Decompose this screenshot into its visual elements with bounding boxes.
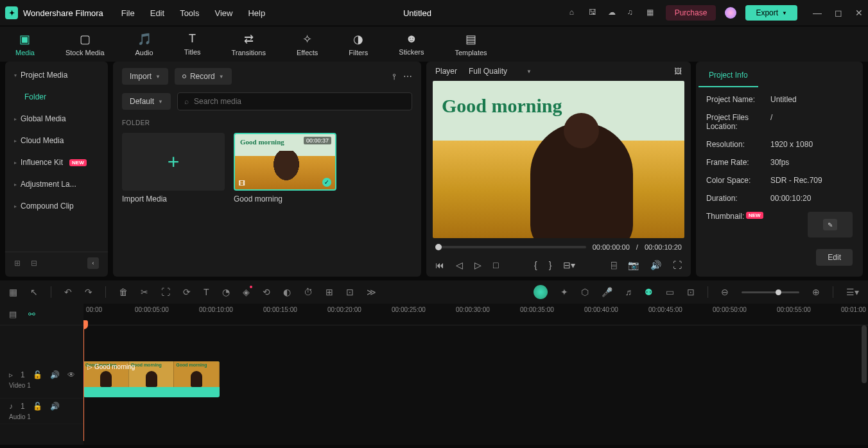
enhance-icon[interactable]: ✦ <box>560 287 568 297</box>
snapshot-icon[interactable]: 📷 <box>628 260 639 270</box>
tab-filters[interactable]: ◑Filters <box>349 32 368 56</box>
search-input[interactable] <box>194 97 405 106</box>
zoom-slider[interactable] <box>742 291 799 293</box>
display-icon[interactable]: ⌸ <box>611 260 616 270</box>
close-button[interactable]: ✕ <box>855 8 863 18</box>
import-button[interactable]: Import▼ <box>122 68 168 85</box>
thumbnail-preview[interactable]: ✎ <box>808 212 853 237</box>
rotate-icon[interactable]: ⟲ <box>263 287 270 297</box>
sidebar-item-cloud-media[interactable]: ▸Cloud Media <box>5 130 108 151</box>
save-icon[interactable]: 🖫 <box>589 8 599 18</box>
export-button[interactable]: Export▼ <box>745 5 797 21</box>
stop-icon[interactable]: □ <box>493 260 498 270</box>
mute-icon[interactable]: 🔊 <box>50 402 60 411</box>
project-info-tab[interactable]: Project Info <box>699 64 758 87</box>
mark-in-icon[interactable]: { <box>534 260 537 270</box>
delete-icon[interactable]: 🗑 <box>119 287 128 297</box>
expand-icon[interactable]: ⊡ <box>346 287 354 297</box>
lock-icon[interactable]: 🔓 <box>33 370 42 379</box>
menu-tools[interactable]: Tools <box>180 8 199 18</box>
play-icon[interactable]: ▷ <box>474 260 482 270</box>
more-tools-icon[interactable]: ≫ <box>367 287 376 297</box>
record-button[interactable]: Record▼ <box>175 68 232 85</box>
filter-icon[interactable]: ⫯ <box>392 71 397 82</box>
search-box[interactable]: ⌕ <box>177 92 412 110</box>
layout-icon[interactable]: ▦ <box>9 287 17 297</box>
menu-edit[interactable]: Edit <box>150 8 164 18</box>
volume-icon[interactable]: 🔊 <box>650 260 661 270</box>
new-folder-icon[interactable]: ⊞ <box>14 259 23 268</box>
duration-icon[interactable]: ⏱ <box>304 287 313 297</box>
sort-dropdown[interactable]: Default▼ <box>122 93 171 110</box>
split-icon[interactable]: ✂ <box>141 287 148 297</box>
play-backward-icon[interactable]: ◁ <box>456 260 463 270</box>
tab-media[interactable]: ▣Media <box>15 32 35 56</box>
tab-stickers[interactable]: ☻Stickers <box>399 32 424 56</box>
maximize-button[interactable]: ◻ <box>835 8 842 18</box>
lock-icon[interactable]: 🔓 <box>33 402 42 411</box>
music-icon[interactable]: ♬ <box>625 287 632 297</box>
ratio-icon[interactable]: ⊟▾ <box>563 260 575 270</box>
auto-beat-icon[interactable]: ⚉ <box>645 287 653 297</box>
collapse-sidebar-button[interactable]: ‹ <box>87 257 99 269</box>
tab-effects[interactable]: ✧Effects <box>297 32 318 56</box>
audio-track-header[interactable]: ♪ 1 🔓 🔊 Audio 1 <box>0 399 83 424</box>
crop-icon[interactable]: ⛶ <box>161 287 170 297</box>
timeline-tracks[interactable]: 00:00 00:00:05:00 00:00:10:00 00:00:15:0… <box>83 304 868 445</box>
preview-screen[interactable]: Good morning <box>433 81 684 238</box>
zoom-in-icon[interactable]: ⊕ <box>812 287 820 297</box>
tab-titles[interactable]: TTitles <box>184 32 201 56</box>
delete-folder-icon[interactable]: ⊟ <box>31 259 40 268</box>
edit-thumb-icon[interactable]: ✎ <box>823 219 837 230</box>
text-icon[interactable]: T <box>204 287 209 297</box>
headphones-icon[interactable]: ♫ <box>627 8 638 18</box>
prev-frame-icon[interactable]: ⏮ <box>435 260 444 270</box>
link-tracks-icon[interactable]: ⚯ <box>28 309 35 319</box>
menu-view[interactable]: View <box>214 8 232 18</box>
sidebar-item-influence-kit[interactable]: ▸Influence KitNEW <box>5 151 108 173</box>
track-options-icon[interactable]: ▤ <box>9 309 17 319</box>
scrubber[interactable] <box>435 246 586 248</box>
video-track-header[interactable]: ▹ 1 🔓 🔊 👁 Video 1 <box>0 361 83 399</box>
cloud-icon[interactable]: ☁ <box>608 8 618 18</box>
sidebar-item-compound-clip[interactable]: ▸Compound Clip <box>5 195 108 217</box>
voice-icon[interactable]: 🎤 <box>602 287 612 297</box>
snapshot-settings-icon[interactable]: 🖼 <box>674 67 682 76</box>
render-icon[interactable]: ▭ <box>666 287 674 297</box>
ai-assistant-icon[interactable] <box>534 285 548 299</box>
minimize-button[interactable]: — <box>813 8 822 18</box>
audio-track-lane[interactable] <box>83 399 868 424</box>
mark-out-icon[interactable]: } <box>549 260 552 270</box>
visibility-icon[interactable]: 👁 <box>67 370 75 379</box>
fullscreen-icon[interactable]: ⛶ <box>673 260 682 270</box>
select-tool-icon[interactable]: ↖ <box>30 287 38 297</box>
tab-templates[interactable]: ▤Templates <box>455 32 487 56</box>
zoom-out-icon[interactable]: ⊖ <box>721 287 729 297</box>
sidebar-item-project-media[interactable]: ▾Project Media <box>5 64 108 86</box>
video-track-lane[interactable]: Good morning Good morning Good morning ▷… <box>83 361 868 399</box>
group-icon[interactable]: ⊞ <box>326 287 333 297</box>
purchase-button[interactable]: Purchase <box>666 5 716 21</box>
media-clip-card[interactable]: Good morning 00:00:37 🎞 ✓ Good morning <box>234 133 336 203</box>
snap-icon[interactable]: ⊡ <box>687 287 695 297</box>
apps-icon[interactable]: ▦ <box>647 8 657 18</box>
color-icon[interactable]: ◔ <box>222 287 230 297</box>
tab-stock-media[interactable]: ▢Stock Media <box>65 32 105 56</box>
mask-icon[interactable]: ◐ <box>283 287 291 297</box>
playhead[interactable] <box>83 325 84 441</box>
undo-icon[interactable]: ↶ <box>64 287 72 297</box>
tab-transitions[interactable]: ⇄Transitions <box>232 32 266 56</box>
edit-project-button[interactable]: Edit <box>816 249 853 266</box>
mute-icon[interactable]: 🔊 <box>50 370 60 379</box>
view-options-icon[interactable]: ☰▾ <box>846 287 859 297</box>
timeline-ruler[interactable]: 00:00 00:00:05:00 00:00:10:00 00:00:15:0… <box>83 304 868 325</box>
speed-icon[interactable]: ⟳ <box>183 287 191 297</box>
sidebar-folder[interactable]: Folder <box>5 86 108 108</box>
menu-help[interactable]: Help <box>248 8 265 18</box>
user-avatar-icon[interactable] <box>725 7 736 19</box>
timeline-clip[interactable]: Good morning Good morning Good morning ▷… <box>83 361 220 397</box>
marker-icon[interactable]: ⬡ <box>581 287 589 297</box>
keyframe-icon[interactable]: ◈ <box>243 287 250 297</box>
timeline-scrollbar[interactable] <box>862 325 867 383</box>
tab-audio[interactable]: 🎵Audio <box>135 32 153 56</box>
